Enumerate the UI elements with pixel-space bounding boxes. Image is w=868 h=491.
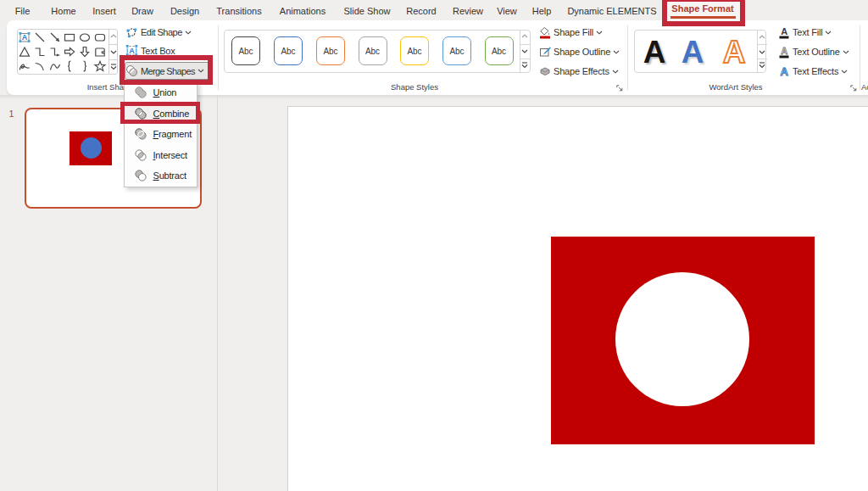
svg-text:A: A [781, 26, 787, 36]
svg-text:A: A [129, 47, 135, 55]
svg-text:A: A [781, 46, 787, 56]
svg-text:A: A [22, 33, 28, 42]
svg-text:A: A [780, 65, 788, 78]
